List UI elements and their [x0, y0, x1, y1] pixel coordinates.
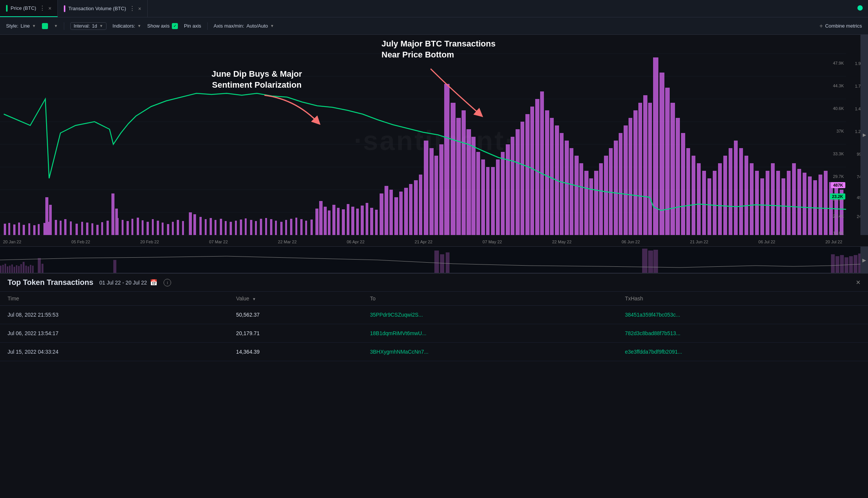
- svg-rect-190: [25, 266, 27, 273]
- svg-rect-121: [545, 110, 549, 235]
- svg-rect-85: [366, 203, 368, 235]
- svg-rect-198: [440, 254, 444, 273]
- interval-selector[interactable]: Interval: 1d ▼: [70, 22, 107, 30]
- close-button[interactable]: ×: [856, 278, 860, 287]
- svg-rect-185: [14, 267, 15, 273]
- tab-volume-close[interactable]: ×: [138, 6, 141, 11]
- indicators-label: Indicators:: [113, 23, 135, 29]
- svg-rect-38: [142, 220, 144, 235]
- svg-rect-96: [419, 175, 422, 235]
- info-icon[interactable]: i: [164, 279, 171, 286]
- x-label-1: 20 Jan 22: [3, 240, 21, 244]
- svg-rect-23: [64, 219, 66, 235]
- x-axis: 20 Jan 22 05 Feb 22 20 Feb 22 07 Mar 22 …: [0, 237, 845, 246]
- svg-rect-196: [113, 260, 116, 273]
- row3-txhash[interactable]: e3e3ffdda7bdf9fb2091...: [617, 343, 868, 361]
- svg-rect-58: [235, 221, 237, 235]
- svg-rect-202: [653, 250, 658, 273]
- row3-to[interactable]: 3BHXygmhNMaCcNn7...: [362, 343, 617, 361]
- show-axis-label: Show axis: [147, 23, 170, 29]
- row2-time: Jul 06, 2022 13:54:17: [0, 324, 229, 343]
- x-label-3: 20 Feb 22: [140, 240, 159, 244]
- svg-rect-127: [575, 156, 579, 235]
- svg-rect-163: [760, 178, 764, 235]
- pin-axis-toggle[interactable]: Pin axis: [184, 23, 201, 29]
- svg-rect-155: [718, 163, 722, 235]
- row1-to[interactable]: 35PPdr9CSZuqwi2S...: [362, 306, 617, 324]
- table-row: Jul 08, 2022 21:55:53 50,562.37 35PPdr9C…: [0, 306, 868, 324]
- svg-rect-139: [633, 110, 638, 235]
- svg-rect-179: [0, 266, 2, 273]
- svg-rect-194: [38, 258, 41, 273]
- tab-price[interactable]: Price (BTC) ⋮ ×: [0, 0, 58, 17]
- style-selector[interactable]: Style: Line ▼: [6, 23, 36, 29]
- indicators-chevron: ▼: [137, 24, 141, 28]
- tab-volume[interactable]: Transaction Volume (BTC) ⋮ ×: [58, 0, 148, 17]
- x-label-5: 22 Mar 22: [278, 240, 297, 244]
- x-label-12: 06 Jul 22: [758, 240, 775, 244]
- indicators-selector[interactable]: Indicators: ▼: [113, 23, 141, 29]
- col-value[interactable]: Value ▼: [229, 292, 362, 306]
- svg-rect-87: [375, 210, 378, 235]
- svg-rect-52: [205, 219, 207, 235]
- date-range-text: 01 Jul 22 - 20 Jul 22: [99, 280, 147, 286]
- row3-time: Jul 15, 2022 04:33:24: [0, 343, 229, 361]
- svg-rect-181: [5, 264, 6, 273]
- mini-chart-scroll-arrow[interactable]: ▶: [860, 247, 868, 273]
- svg-rect-51: [199, 217, 202, 235]
- tab-volume-label: Transaction Volume (BTC): [68, 6, 126, 11]
- row2-to[interactable]: 18B1dqmRiMVt6mwU...: [362, 324, 617, 343]
- svg-rect-116: [520, 122, 524, 235]
- style-chevron: ▼: [32, 24, 36, 28]
- show-axis-toggle[interactable]: Show axis ✓: [147, 23, 178, 29]
- svg-rect-208: [854, 255, 857, 273]
- svg-rect-62: [255, 221, 257, 235]
- svg-rect-140: [638, 103, 642, 235]
- combine-metrics-button[interactable]: + Combine metrics: [819, 23, 862, 29]
- mini-chart[interactable]: ▶: [0, 246, 868, 273]
- color-chevron: ▼: [54, 24, 58, 28]
- svg-rect-117: [525, 114, 530, 235]
- row2-txhash[interactable]: 782d3c8bad88f7b513...: [617, 324, 868, 343]
- calendar-icon[interactable]: 📅: [150, 279, 158, 286]
- row1-txhash[interactable]: 38451a359f47bc053c...: [617, 306, 868, 324]
- svg-rect-162: [755, 171, 759, 235]
- svg-rect-72: [305, 221, 307, 235]
- tab-price-close[interactable]: ×: [48, 6, 51, 11]
- svg-rect-73: [310, 220, 313, 235]
- volume-indicator: [64, 5, 65, 12]
- color-selector[interactable]: ▼: [54, 24, 58, 28]
- scroll-right-arrow[interactable]: ▶: [860, 35, 868, 235]
- axis-maxmin-selector[interactable]: Axis max/min: Auto/Auto ▼: [214, 23, 274, 29]
- tab-price-menu[interactable]: ⋮: [39, 5, 45, 12]
- svg-rect-145: [665, 88, 670, 235]
- tab-volume-menu[interactable]: ⋮: [129, 5, 135, 12]
- svg-rect-74: [315, 209, 318, 235]
- svg-rect-138: [629, 118, 632, 235]
- svg-rect-36: [131, 219, 133, 235]
- table-row: Jul 06, 2022 13:54:17 20,179.71 18B1dqmR…: [0, 324, 868, 343]
- svg-rect-84: [361, 206, 364, 235]
- svg-rect-69: [290, 219, 292, 235]
- color-swatch[interactable]: [42, 23, 48, 29]
- separator-2: [207, 22, 208, 30]
- svg-rect-55: [220, 219, 222, 235]
- svg-rect-147: [676, 118, 680, 235]
- svg-rect-99: [434, 156, 438, 235]
- svg-rect-30: [101, 222, 103, 235]
- svg-rect-137: [624, 125, 628, 235]
- show-axis-checkbox[interactable]: ✓: [172, 23, 178, 29]
- x-label-7: 21 Apr 22: [415, 240, 432, 244]
- svg-rect-146: [670, 103, 675, 235]
- svg-rect-134: [609, 148, 613, 235]
- svg-rect-10: [8, 223, 10, 235]
- panel-title: Top Token Transactions: [8, 278, 93, 287]
- bottom-panel-header: Top Token Transactions 01 Jul 22 - 20 Ju…: [0, 274, 868, 292]
- svg-rect-61: [250, 220, 252, 235]
- svg-rect-112: [501, 152, 505, 235]
- combine-plus-icon: +: [819, 23, 823, 29]
- mini-chevron-icon: ▶: [862, 257, 866, 263]
- svg-rect-101: [444, 84, 449, 235]
- svg-rect-135: [614, 141, 618, 235]
- status-dot: [857, 5, 863, 11]
